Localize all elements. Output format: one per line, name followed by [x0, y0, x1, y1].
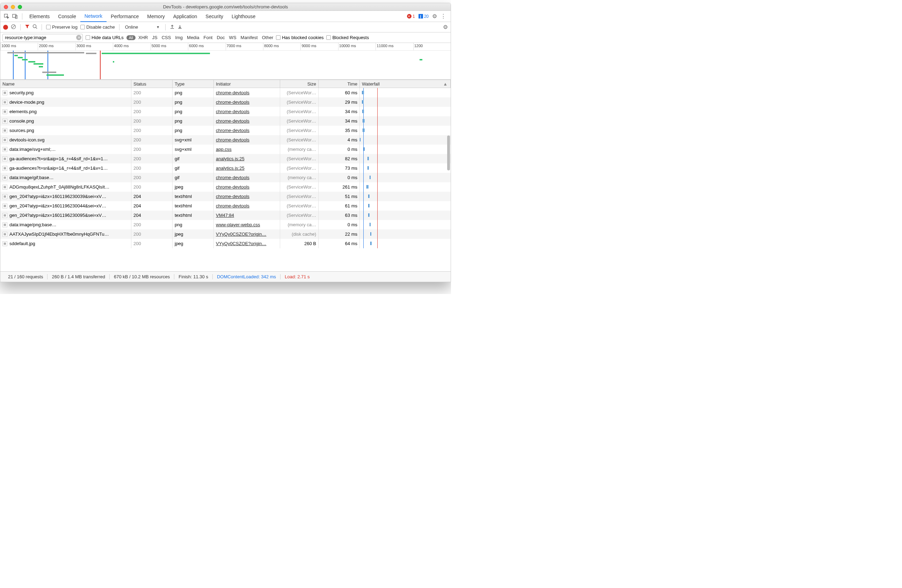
download-icon[interactable]	[177, 24, 182, 30]
wf-dcl-line	[363, 220, 364, 230]
scrollbar[interactable]	[447, 136, 450, 170]
table-row[interactable]: ▦sddefault.jpg200jpegVYyQv0CSZOE?origin……	[0, 239, 451, 248]
throttling-select[interactable]: Online▼	[124, 25, 161, 30]
cell-time: 73 ms	[319, 163, 360, 173]
kebab-icon[interactable]: ⋮	[440, 13, 446, 20]
table-row[interactable]: ▦gen_204?atyp=i&zx=1601196230044&sei=xV……	[0, 201, 451, 211]
cell-size: (memory ca…	[280, 220, 319, 230]
table-row[interactable]: ▦ga-audiences?t=sr&aip=1&_r=4&slf_rd=1&v…	[0, 154, 451, 163]
table-row[interactable]: ▦ADGmqu8qexLZuhphT_0Aj88Ng8riLFKASQlsIt……	[0, 182, 451, 192]
initiator-link[interactable]: chrome-devtools	[216, 203, 249, 208]
cell-time: 51 ms	[319, 192, 360, 201]
upload-icon[interactable]	[170, 24, 175, 30]
tab-console[interactable]: Console	[54, 11, 80, 22]
filter-all[interactable]: All	[127, 35, 136, 40]
table-row[interactable]: ▦data:image/gif;base…200gifchrome-devtoo…	[0, 173, 451, 182]
has-blocked-cookies-checkbox[interactable]: Has blocked cookies	[276, 35, 324, 40]
tab-elements[interactable]: Elements	[25, 11, 54, 22]
initiator-link[interactable]: chrome-devtools	[216, 194, 249, 199]
col-type[interactable]: Type	[172, 80, 214, 88]
tab-application[interactable]: Application	[169, 11, 202, 22]
cell-initiator: app.css	[214, 145, 280, 154]
clear-filter-icon[interactable]: ✕	[76, 35, 81, 40]
table-row[interactable]: ▦elements.png200pngchrome-devtools(Servi…	[0, 107, 451, 116]
filter-input[interactable]: resource-type:image ✕	[2, 34, 83, 42]
cell-waterfall	[360, 173, 451, 182]
cell-waterfall	[360, 107, 451, 116]
initiator-link[interactable]: app.css	[216, 147, 232, 152]
filter-type-other[interactable]: Other	[262, 35, 274, 40]
initiator-link[interactable]: chrome-devtools	[216, 175, 249, 180]
initiator-link[interactable]: analytics.js:25	[216, 166, 244, 171]
initiator-link[interactable]: chrome-devtools	[216, 137, 249, 142]
preserve-log-checkbox[interactable]: Preserve log	[46, 25, 78, 30]
error-badge[interactable]: ✕ 1	[407, 14, 415, 19]
initiator-link[interactable]: chrome-devtools	[216, 109, 249, 114]
initiator-link[interactable]: VM47:84	[216, 213, 234, 218]
table-row[interactable]: ▦devtools-icon.svg200svg+xmlchrome-devto…	[0, 135, 451, 145]
filter-type-manifest[interactable]: Manifest	[241, 35, 258, 40]
initiator-link[interactable]: chrome-devtools	[216, 100, 249, 105]
filter-type-media[interactable]: Media	[187, 35, 199, 40]
wf-bar	[370, 242, 372, 245]
initiator-link[interactable]: chrome-devtools	[216, 128, 249, 133]
record-icon[interactable]	[3, 25, 8, 30]
col-size[interactable]: Size	[280, 80, 319, 88]
filter-type-font[interactable]: Font	[203, 35, 212, 40]
table-row[interactable]: ▦console.png200pngchrome-devtools(Servic…	[0, 116, 451, 126]
tab-network[interactable]: Network	[80, 11, 106, 22]
filter-type-xhr[interactable]: XHR	[138, 35, 148, 40]
filter-icon[interactable]	[25, 24, 30, 30]
cell-waterfall	[360, 182, 451, 192]
filter-type-doc[interactable]: Doc	[216, 35, 225, 40]
hide-data-urls-checkbox[interactable]: Hide data URLs	[86, 35, 124, 40]
cell-type: text/html	[172, 211, 214, 220]
tab-lighthouse[interactable]: Lighthouse	[227, 11, 260, 22]
table-row[interactable]: ▦sources.png200pngchrome-devtools(Servic…	[0, 126, 451, 135]
initiator-link[interactable]: chrome-devtools	[216, 90, 249, 95]
col-waterfall[interactable]: Waterfall▲	[360, 80, 451, 88]
initiator-link[interactable]: analytics.js:25	[216, 156, 244, 161]
table-row[interactable]: ▦device-mode.png200pngchrome-devtools(Se…	[0, 97, 451, 107]
tab-security[interactable]: Security	[201, 11, 227, 22]
clear-icon[interactable]	[11, 24, 16, 30]
initiator-link[interactable]: chrome-devtools	[216, 118, 249, 124]
initiator-link[interactable]: VYyQv0CSZOE?origin…	[216, 241, 266, 246]
wf-bar	[362, 109, 364, 113]
message-badge[interactable]: ❙ 20	[418, 14, 429, 19]
table-row[interactable]: ▦ga-audiences?t=sr&aip=1&_r=4&slf_rd=1&v…	[0, 163, 451, 173]
panel-gear-icon[interactable]: ⚙	[443, 24, 448, 30]
disable-cache-checkbox[interactable]: Disable cache	[80, 25, 115, 30]
wf-bar	[362, 91, 364, 94]
tab-performance[interactable]: Performance	[106, 11, 143, 22]
blocked-requests-checkbox[interactable]: Blocked Requests	[326, 35, 369, 40]
inspect-icon[interactable]	[2, 12, 11, 20]
table-row[interactable]: ▦gen_204?atyp=i&zx=1601196230039&sei=xV……	[0, 192, 451, 201]
filter-type-css[interactable]: CSS	[162, 35, 171, 40]
search-icon[interactable]	[33, 24, 38, 30]
overview-timeline[interactable]: 1000 ms2000 ms3000 ms4000 ms5000 ms6000 …	[0, 43, 451, 80]
initiator-link[interactable]: chrome-devtools	[216, 185, 249, 189]
col-status[interactable]: Status	[132, 80, 172, 88]
status-finish: Finish: 11.30 s	[174, 274, 213, 279]
initiator-link[interactable]: VYyQv0CSZOE?origin…	[216, 231, 266, 237]
table-row[interactable]: ▦data:image/svg+xml;…200svg+xmlapp.css(m…	[0, 145, 451, 154]
table-row[interactable]: ▦gen_204?atyp=i&zx=1601196230095&sei=xV……	[0, 211, 451, 220]
file-icon: ▦	[2, 185, 7, 189]
device-toggle-icon[interactable]	[11, 12, 19, 20]
table-row[interactable]: ▦data:image/png;base…200pngwww-player-we…	[0, 220, 451, 230]
table-row[interactable]: ▦security.png200pngchrome-devtools(Servi…	[0, 88, 451, 97]
tab-memory[interactable]: Memory	[143, 11, 169, 22]
cell-type: png	[172, 220, 214, 230]
cell-initiator: chrome-devtools	[214, 107, 280, 116]
table-row[interactable]: ▦AATXAJywSIpD1jf4EbqHXTfbe0mnyHqGFNTu…20…	[0, 230, 451, 239]
filter-type-img[interactable]: Img	[175, 35, 183, 40]
initiator-link[interactable]: www-player-webp.css	[216, 222, 260, 227]
overview-bar	[7, 52, 84, 53]
col-time[interactable]: Time	[319, 80, 360, 88]
col-name[interactable]: Name	[0, 80, 132, 88]
filter-type-ws[interactable]: WS	[229, 35, 236, 40]
filter-type-js[interactable]: JS	[152, 35, 157, 40]
col-initiator[interactable]: Initiator	[214, 80, 280, 88]
gear-icon[interactable]: ⚙	[432, 13, 437, 20]
